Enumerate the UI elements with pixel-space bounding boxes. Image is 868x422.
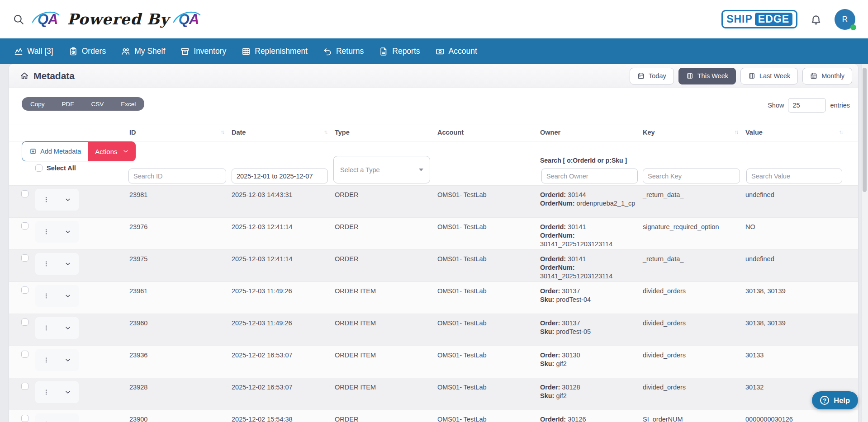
cell-value: 30138, 30139 — [745, 287, 852, 295]
nav-item-wall-3[interactable]: Wall [3] — [6, 38, 61, 64]
owner-field-label: OrderId: — [540, 191, 566, 198]
main-nav: Wall [3]OrdersMy ShelfInventoryReplenish… — [0, 38, 868, 64]
search-owner-input[interactable] — [541, 169, 638, 183]
row-checkbox[interactable] — [21, 351, 28, 358]
nav-item-inventory[interactable]: Inventory — [173, 38, 234, 64]
nav-item-reports[interactable]: Reports — [371, 38, 427, 64]
row-checkbox[interactable] — [21, 383, 28, 390]
search-key-input[interactable] — [643, 169, 740, 183]
row-checkbox[interactable] — [21, 254, 28, 262]
table-body: 23981 2025-12-03 14:43:31 ORDER OMS01- T… — [9, 64, 858, 422]
row-expand-chevron-icon[interactable] — [64, 356, 71, 364]
add-metadata-label: Add Metadata — [40, 148, 81, 155]
row-expand-chevron-icon[interactable] — [64, 324, 71, 332]
export-button-csv[interactable]: CSV — [83, 101, 113, 108]
nav-item-my-shelf[interactable]: My Shelf — [114, 38, 173, 64]
nav-item-label: Inventory — [194, 47, 226, 56]
row-checkbox[interactable] — [21, 190, 28, 197]
row-expand-chevron-icon[interactable] — [64, 292, 71, 300]
actions-button[interactable]: Actions — [88, 141, 135, 161]
archive-box-icon — [180, 47, 190, 56]
row-controls — [35, 317, 79, 339]
cell-id: 23936 — [129, 351, 220, 360]
cell-owner: Order: 30137Sku: prodTest-05 — [540, 319, 639, 336]
page-header: Metadata TodayThis WeekLast WeekMonthly — [9, 64, 858, 88]
type-select[interactable]: Select a Type — [333, 156, 430, 183]
row-checkbox[interactable] — [21, 286, 28, 294]
row-expand-chevron-icon[interactable] — [64, 389, 71, 396]
row-kebab-menu-icon[interactable] — [43, 389, 50, 396]
search-icon[interactable] — [13, 14, 24, 25]
select-all: Select All — [35, 164, 76, 172]
row-checkbox[interactable] — [21, 319, 28, 326]
table-row: 23975 2025-12-03 12:41:14 ORDER OMS01- T… — [9, 249, 858, 281]
row-kebab-menu-icon[interactable] — [43, 228, 50, 235]
row-expand-chevron-icon[interactable] — [64, 260, 71, 267]
owner-field-label: OrderNum: — [540, 264, 575, 271]
column-header-value[interactable]: Value — [745, 129, 763, 136]
export-button-pdf[interactable]: PDF — [53, 101, 83, 108]
date-range-input[interactable] — [232, 169, 328, 183]
nav-item-account[interactable]: Account — [428, 38, 485, 64]
cell-date: 2025-12-03 11:49:26 — [232, 319, 327, 328]
row-expand-chevron-icon[interactable] — [64, 228, 71, 235]
cell-id: 23928 — [129, 383, 220, 392]
search-id-input[interactable] — [128, 169, 226, 183]
row-checkbox[interactable] — [21, 415, 28, 422]
shipedge-logo[interactable]: SHIP EDGE — [721, 10, 797, 28]
sort-icon[interactable]: ↑↓ — [839, 129, 843, 135]
scrollbar-thumb[interactable] — [863, 68, 867, 192]
cell-type: ORDER ITEM — [335, 287, 430, 295]
row-kebab-menu-icon[interactable] — [43, 196, 50, 203]
export-button-copy[interactable]: Copy — [22, 101, 53, 108]
range-button-label: Last Week — [759, 72, 790, 80]
page-title: Metadata — [20, 70, 75, 81]
export-button-excel[interactable]: Excel — [112, 101, 144, 108]
cell-owner: OrderId: 30144OrderNum: ordenprueba2_1_c… — [540, 191, 639, 208]
entries-count-input[interactable] — [788, 98, 826, 113]
money-card-icon — [436, 47, 445, 56]
row-kebab-menu-icon[interactable] — [43, 260, 50, 267]
cell-account: OMS01- TestLab — [437, 319, 532, 328]
date-range-buttons: TodayThis WeekLast WeekMonthly — [630, 68, 852, 84]
sort-icon[interactable]: ↑↓ — [324, 129, 327, 135]
cell-value: 30138, 30139 — [745, 319, 852, 328]
week-columns-icon — [748, 72, 755, 80]
column-header-date[interactable]: Date — [232, 129, 246, 136]
row-kebab-menu-icon[interactable] — [43, 292, 50, 300]
cell-key: SI_orderNUM — [643, 415, 741, 422]
range-button-this-week[interactable]: This Week — [678, 68, 736, 84]
cell-date: 2025-12-03 12:41:14 — [232, 223, 327, 231]
range-button-last-week[interactable]: Last Week — [740, 68, 798, 84]
sort-icon[interactable]: ↑↓ — [735, 129, 738, 135]
notifications-bell-icon[interactable] — [810, 14, 822, 25]
document-icon — [379, 47, 388, 56]
column-header-id[interactable]: ID — [129, 129, 136, 136]
cell-key: divided_orders — [643, 383, 741, 392]
cell-value: undefined — [745, 191, 852, 199]
column-header-key[interactable]: Key — [643, 129, 655, 136]
range-button-today[interactable]: Today — [630, 68, 674, 84]
help-button[interactable]: ? Help — [812, 391, 858, 409]
search-value-input[interactable] — [746, 169, 842, 183]
row-checkbox[interactable] — [21, 222, 28, 230]
range-button-monthly[interactable]: Monthly — [802, 68, 852, 84]
user-avatar[interactable]: R — [835, 9, 855, 30]
row-expand-chevron-icon[interactable] — [64, 196, 71, 203]
select-all-checkbox[interactable] — [35, 164, 43, 172]
cell-owner: Order: 30130Sku: gif2 — [540, 351, 639, 368]
users-icon — [121, 47, 130, 56]
add-metadata-button[interactable]: Add Metadata — [22, 141, 88, 161]
caret-down-icon — [419, 169, 423, 171]
nav-item-returns[interactable]: Returns — [315, 38, 371, 64]
column-header-account: Account — [437, 129, 464, 136]
row-kebab-menu-icon[interactable] — [43, 356, 50, 364]
week-columns-icon — [686, 72, 693, 80]
nav-item-replenishment[interactable]: Replenishment — [234, 38, 315, 64]
nav-item-orders[interactable]: Orders — [61, 38, 114, 64]
sort-icon[interactable]: ↑↓ — [221, 129, 224, 135]
row-kebab-menu-icon[interactable] — [43, 324, 50, 332]
qa-logo: QA — [176, 11, 201, 28]
column-header-owner: Owner — [540, 129, 560, 136]
actions-label: Actions — [95, 148, 117, 155]
